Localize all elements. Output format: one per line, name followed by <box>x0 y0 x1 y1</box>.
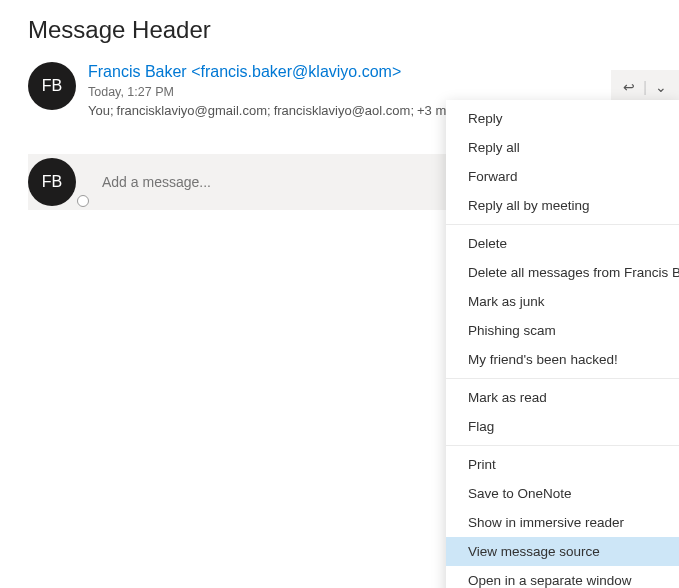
sender-name-email[interactable]: Francis Baker <francis.baker@klaviyo.com… <box>88 62 476 82</box>
menu-item-view-message-source[interactable]: View message source <box>446 537 679 566</box>
menu-item-flag[interactable]: Flag <box>446 412 679 441</box>
page-title: Message Header <box>0 0 679 62</box>
sender-avatar: FB <box>28 62 76 110</box>
menu-item-open-in-a-separate-window[interactable]: Open in a separate window <box>446 566 679 588</box>
more-actions-chevron-icon[interactable]: ⌄ <box>651 79 671 95</box>
message-date: Today, 1:27 PM <box>88 82 476 99</box>
menu-item-show-in-immersive-reader[interactable]: Show in immersive reader <box>446 508 679 537</box>
menu-item-mark-as-junk[interactable]: Mark as junk <box>446 287 679 316</box>
message-context-menu: ReplyReply allForwardReply all by meetin… <box>446 100 679 588</box>
menu-item-save-to-onenote[interactable]: Save to OneNote <box>446 479 679 508</box>
recipient-2: francisklaviyo@aol.com; <box>274 103 414 118</box>
menu-item-forward[interactable]: Forward <box>446 162 679 191</box>
actions-separator: | <box>639 79 651 95</box>
presence-indicator-icon <box>77 195 89 207</box>
menu-item-my-friend-s-been-hacked[interactable]: My friend's been hacked! <box>446 345 679 374</box>
menu-separator <box>446 445 679 446</box>
menu-item-print[interactable]: Print <box>446 450 679 479</box>
menu-item-delete-all-messages-from-francis-baker[interactable]: Delete all messages from Francis Baker <box>446 258 679 287</box>
menu-separator <box>446 224 679 225</box>
menu-item-reply[interactable]: Reply <box>446 104 679 133</box>
self-avatar-wrap: FB <box>28 158 88 206</box>
recipients-line[interactable]: You; francisklaviyo@gmail.com; franciskl… <box>88 99 476 118</box>
message-meta: Francis Baker <francis.baker@klaviyo.com… <box>88 62 476 118</box>
menu-item-mark-as-read[interactable]: Mark as read <box>446 383 679 412</box>
menu-separator <box>446 378 679 379</box>
menu-item-phishing-scam[interactable]: Phishing scam <box>446 316 679 345</box>
recipient-1: francisklaviyo@gmail.com; <box>117 103 271 118</box>
self-avatar: FB <box>28 158 76 206</box>
reply-all-icon[interactable]: ↩ <box>619 79 639 95</box>
menu-item-delete[interactable]: Delete <box>446 229 679 258</box>
sender-avatar-wrap: FB <box>28 62 88 118</box>
recipients-prefix: You; <box>88 103 114 118</box>
menu-item-reply-all-by-meeting[interactable]: Reply all by meeting <box>446 191 679 220</box>
menu-item-reply-all[interactable]: Reply all <box>446 133 679 162</box>
message-actions-bar: ↩ | ⌄ <box>611 70 679 104</box>
